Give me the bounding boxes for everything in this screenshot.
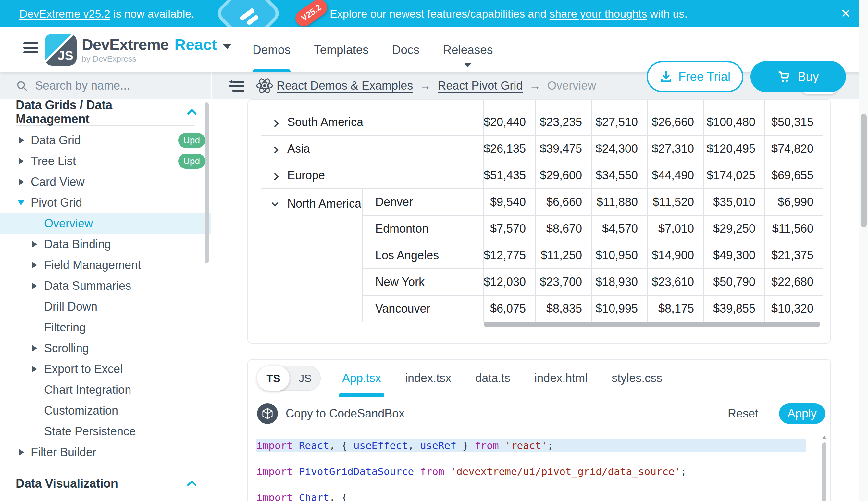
city-cell[interactable]: Edmonton [363, 215, 483, 242]
pivot-cell[interactable]: $6,075 [483, 295, 535, 322]
sidebar-scrollbar[interactable] [205, 102, 209, 263]
pivot-cell[interactable]: $18,930 [591, 269, 647, 295]
pivot-cell[interactable]: $11,250 [535, 242, 591, 269]
pivot-cell[interactable]: $100,480 [703, 109, 765, 136]
city-cell[interactable]: Los Angeles [363, 242, 483, 269]
section-data-visualization[interactable]: Data Visualization [0, 470, 211, 497]
pivot-horizontal-scrollbar[interactable] [484, 322, 820, 327]
code-vertical-scrollbar[interactable] [822, 442, 826, 501]
pivot-cell[interactable]: $50,790 [703, 269, 765, 295]
pivot-cell[interactable]: $11,560 [765, 215, 823, 242]
pivot-cell[interactable]: $6,660 [535, 189, 591, 215]
pivot-cell[interactable]: $10,320 [765, 295, 823, 322]
pivot-cell[interactable]: $51,435 [483, 162, 535, 189]
pivot-cell[interactable]: $8,835 [535, 295, 591, 322]
row-header-cell[interactable]: Europe [261, 162, 483, 189]
language-toggle-ts[interactable]: TS [257, 365, 289, 391]
row-header-cell-north-america[interactable]: North America [261, 189, 363, 322]
row-header-cell[interactable]: Asia [261, 136, 483, 162]
framework-dropdown-caret-icon[interactable] [223, 44, 232, 49]
sidebar-item-data-binding[interactable]: Data Binding [0, 234, 211, 255]
pivot-cell[interactable]: $50,315 [765, 109, 823, 136]
banner-close-icon[interactable]: ✕ [836, 0, 855, 27]
city-cell[interactable]: Denver [363, 189, 483, 215]
expand-chevron-icon[interactable] [271, 120, 279, 127]
buy-button[interactable]: Buy [750, 61, 846, 92]
code-editor[interactable]: import React, { useEffect, useRef } from… [248, 430, 830, 501]
pivot-cell[interactable]: $4,570 [591, 215, 647, 242]
language-toggle[interactable]: TS JS [257, 365, 321, 391]
pivot-cell[interactable]: $11,880 [591, 189, 647, 215]
breadcrumb-pivot-grid-link[interactable]: React Pivot Grid [438, 79, 523, 93]
pivot-cell[interactable]: $23,610 [647, 269, 703, 295]
row-header-cell[interactable]: South America [261, 109, 483, 136]
sidebar-item-card-view[interactable]: Card View [0, 172, 211, 192]
brand-block[interactable]: DevExtreme React by DevExpress [82, 36, 232, 64]
breadcrumb-demos-link[interactable]: React Demos & Examples [277, 79, 413, 93]
pivot-cell[interactable]: $34,550 [591, 162, 647, 189]
pivot-cell[interactable]: $27,510 [591, 109, 647, 136]
pivot-cell[interactable]: $10,995 [591, 295, 647, 322]
sidebar-item-field-management[interactable]: Field Management [0, 255, 211, 276]
sidebar-item-overview[interactable]: Overview [0, 213, 211, 234]
tab-styles-css[interactable]: styles.css [612, 360, 662, 397]
sidebar-item-customization[interactable]: Customization [0, 400, 211, 421]
pivot-cell[interactable]: $39,475 [535, 136, 591, 162]
pivot-cell[interactable]: $24,300 [591, 136, 647, 162]
sidebar-item-filter-builder[interactable]: Filter Builder [0, 442, 211, 463]
tab-index-html[interactable]: index.html [534, 360, 587, 397]
page-scrollbar-track[interactable] [859, 0, 868, 501]
pivot-cell[interactable]: $27,310 [647, 136, 703, 162]
pivot-cell[interactable]: $12,775 [483, 242, 535, 269]
pivot-cell[interactable]: $23,235 [535, 109, 591, 136]
pivot-cell[interactable]: $29,600 [535, 162, 591, 189]
pivot-cell[interactable]: $174,025 [703, 162, 765, 189]
pivot-cell[interactable]: $26,135 [483, 136, 535, 162]
nav-releases[interactable]: Releases [443, 27, 493, 73]
city-cell[interactable]: New York [363, 269, 483, 295]
devextreme-js-logo[interactable]: JS [45, 34, 77, 66]
nav-demos[interactable]: Demos [253, 27, 290, 73]
nav-templates[interactable]: Templates [314, 27, 369, 73]
nav-docs[interactable]: Docs [392, 27, 419, 73]
pivot-cell[interactable]: $35,010 [703, 189, 765, 215]
pivot-cell[interactable]: $8,175 [647, 295, 703, 322]
pivot-cell[interactable]: $6,990 [765, 189, 823, 215]
pivot-cell[interactable]: $11,520 [647, 189, 703, 215]
sidebar-item-data-grid[interactable]: Data Grid Upd [0, 130, 211, 151]
sidebar-item-pivot-grid[interactable]: Pivot Grid [0, 192, 211, 213]
sidebar-item-export-to-excel[interactable]: Export to Excel [0, 359, 211, 380]
sidebar-item-drill-down[interactable]: Drill Down [0, 296, 211, 317]
sidebar-item-filtering[interactable]: Filtering [0, 317, 211, 338]
expand-chevron-icon[interactable] [271, 173, 279, 181]
sidebar-item-chart-integration[interactable]: Chart Integration [0, 380, 211, 400]
code-scrollbar-up-arrow-icon[interactable] [822, 436, 826, 439]
hamburger-menu-icon[interactable] [23, 42, 38, 56]
pivot-cell[interactable]: $20,440 [483, 109, 535, 136]
city-cell[interactable]: Vancouver [363, 295, 483, 322]
pivot-cell[interactable]: $49,300 [703, 242, 765, 269]
share-thoughts-link[interactable]: share your thoughts [550, 8, 647, 20]
pivot-cell[interactable]: $22,680 [765, 269, 823, 295]
pivot-cell[interactable]: $21,375 [765, 242, 823, 269]
pivot-cell[interactable]: $7,010 [647, 215, 703, 242]
free-trial-button[interactable]: Free Trial [647, 61, 743, 92]
tab-index-tsx[interactable]: index.tsx [405, 360, 451, 397]
tab-data-ts[interactable]: data.ts [475, 360, 510, 397]
pivot-cell[interactable]: $44,490 [647, 162, 703, 189]
collapse-chevron-icon[interactable] [271, 200, 279, 207]
pivot-cell[interactable]: $39,855 [703, 295, 765, 322]
sidebar-item-tree-list[interactable]: Tree List Upd [0, 151, 211, 172]
pivot-cell[interactable]: $7,570 [483, 215, 535, 242]
pivot-cell[interactable]: $23,700 [535, 269, 591, 295]
pivot-cell[interactable]: $14,900 [647, 242, 703, 269]
banner-release-link[interactable]: DevExtreme v25.2 [20, 8, 110, 20]
pivot-cell[interactable]: $74,820 [765, 136, 823, 162]
reset-button[interactable]: Reset [728, 407, 758, 420]
sidebar-item-scrolling[interactable]: Scrolling [0, 338, 211, 359]
pivot-cell[interactable]: $26,660 [647, 109, 703, 136]
search-input[interactable] [35, 79, 191, 93]
pivot-cell[interactable]: $120,495 [703, 136, 765, 162]
sidebar-item-data-summaries[interactable]: Data Summaries [0, 276, 211, 296]
sidebar-item-state-persistence[interactable]: State Persistence [0, 421, 211, 442]
